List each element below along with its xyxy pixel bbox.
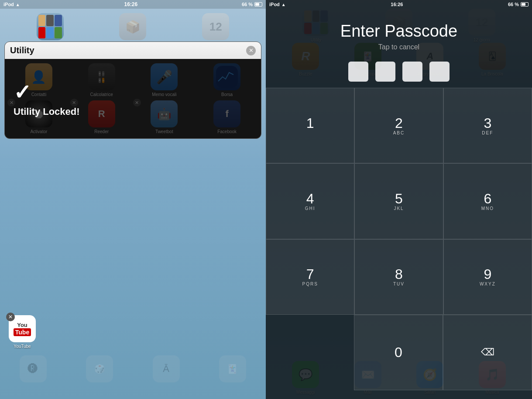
youtube-tube-text: Tube bbox=[14, 328, 31, 336]
faded-icon-1: 🅡 bbox=[20, 355, 47, 382]
right-battery-pct: 66 % bbox=[508, 2, 519, 7]
left-panel: iPod ▲ 16:26 66 % Ricette 📦 bbox=[0, 0, 266, 399]
key-3-sub: DEF bbox=[482, 131, 493, 135]
key-9-num: 9 bbox=[484, 267, 491, 281]
key-1-num: 1 bbox=[306, 116, 314, 130]
youtube-you-text: You bbox=[17, 322, 27, 328]
left-bottom-faded-row: 🅡 🎲 Ā 🃏 bbox=[0, 351, 266, 399]
key-empty bbox=[266, 315, 354, 390]
key-6-sub: MNO bbox=[481, 206, 494, 211]
faded-icon-4: 🃏 bbox=[219, 355, 246, 382]
key-3-num: 3 bbox=[484, 116, 491, 130]
right-panel: Utility 📦 12 12 giorni R Buzzle 🃏 La Sco… bbox=[266, 0, 532, 399]
key-0[interactable]: 0 bbox=[354, 315, 443, 390]
key-7[interactable]: 7 PQRS bbox=[266, 239, 354, 315]
key-delete[interactable]: ⌫ bbox=[443, 315, 532, 390]
numpad-row-3: 7 PQRS 8 TUV 9 WXYZ bbox=[266, 239, 532, 315]
key-4[interactable]: 4 GHI bbox=[266, 163, 354, 239]
key-4-num: 4 bbox=[306, 192, 314, 206]
numpad-row-1: 1 2 ABC 3 DEF bbox=[266, 88, 532, 163]
utility-grid: 👤 Contatti + − × = Calcolatrice 🎤 bbox=[5, 59, 261, 138]
left-device-label: iPod bbox=[3, 2, 14, 7]
faded-icon-2: 🎲 bbox=[86, 355, 113, 382]
key-6[interactable]: 6 MNO bbox=[443, 163, 532, 239]
key-8[interactable]: 8 TUV bbox=[354, 239, 443, 315]
key-2-num: 2 bbox=[395, 116, 403, 130]
left-status-left: iPod ▲ bbox=[3, 2, 20, 7]
passcode-dot-3 bbox=[402, 62, 422, 82]
passcode-dot-1 bbox=[348, 62, 368, 82]
passcode-dots bbox=[266, 62, 532, 82]
key-8-sub: TUV bbox=[393, 282, 405, 286]
left-time: 16:26 bbox=[124, 1, 137, 7]
key-1-sub bbox=[309, 131, 311, 135]
numpad-row-2: 4 GHI 5 JKL 6 MNO bbox=[266, 163, 532, 239]
right-wifi-icon: ▲ bbox=[281, 2, 286, 7]
key-1[interactable]: 1 bbox=[266, 88, 354, 163]
left-wifi-icon: ▲ bbox=[16, 2, 20, 7]
12giorni-icon[interactable]: 12 bbox=[202, 13, 229, 40]
passcode-overlay: Enter Passcode Tap to cancel 1 2 ABC bbox=[266, 0, 532, 399]
key-3[interactable]: 3 DEF bbox=[443, 88, 532, 163]
key-8-num: 8 bbox=[395, 267, 403, 281]
youtube-icon-wrap[interactable]: ✕ You Tube bbox=[9, 315, 36, 342]
key-7-sub: PQRS bbox=[302, 282, 318, 286]
key-5-sub: JKL bbox=[394, 206, 404, 211]
cydia-icon[interactable]: 📦 bbox=[119, 13, 146, 40]
key-7-num: 7 bbox=[306, 267, 314, 281]
youtube-delete-badge[interactable]: ✕ bbox=[6, 313, 15, 321]
utility-header: Utility ✕ bbox=[5, 42, 261, 59]
right-device-label: iPod bbox=[269, 2, 280, 7]
left-battery-pct: 66 % bbox=[242, 2, 253, 7]
right-status-bar: iPod ▲ 16:26 66 % bbox=[266, 0, 532, 9]
passcode-cancel-btn[interactable]: Tap to cancel bbox=[275, 43, 523, 51]
key-2-sub: ABC bbox=[393, 131, 405, 135]
key-4-sub: GHI bbox=[305, 206, 316, 211]
key-5[interactable]: 5 JKL bbox=[354, 163, 443, 239]
checkmark-icon: ✓ bbox=[14, 80, 31, 104]
faded-icon-3: Ā bbox=[153, 355, 180, 382]
passcode-dot-2 bbox=[375, 62, 395, 82]
key-2[interactable]: 2 ABC bbox=[354, 88, 443, 163]
right-time: 16:26 bbox=[391, 2, 403, 7]
delete-icon: ⌫ bbox=[481, 347, 494, 358]
locked-text: Utility Locked! bbox=[14, 106, 80, 117]
key-9[interactable]: 9 WXYZ bbox=[443, 239, 532, 315]
folder-icon[interactable] bbox=[37, 13, 64, 40]
locked-overlay: ✓ Utility Locked! bbox=[5, 59, 261, 138]
key-9-sub: WXYZ bbox=[480, 282, 496, 286]
right-status-right: 66 % bbox=[508, 2, 529, 7]
left-battery-icon bbox=[254, 2, 262, 7]
youtube-label: YouTube bbox=[14, 344, 31, 349]
left-status-bar: iPod ▲ 16:26 66 % bbox=[0, 0, 266, 9]
passcode-dot-4 bbox=[429, 62, 450, 82]
key-5-num: 5 bbox=[395, 192, 403, 206]
utility-close-btn[interactable]: ✕ bbox=[246, 46, 256, 55]
key-0-num: 0 bbox=[395, 345, 402, 359]
numpad-row-4: 0 ⌫ bbox=[266, 315, 532, 390]
left-status-right: 66 % bbox=[242, 2, 262, 7]
youtube-row[interactable]: ✕ You Tube YouTube bbox=[9, 315, 36, 349]
key-6-num: 6 bbox=[484, 192, 491, 206]
utility-popup: Utility ✕ 👤 Contatti + − × = bbox=[4, 41, 261, 139]
passcode-header: Enter Passcode Tap to cancel bbox=[266, 9, 532, 55]
passcode-title: Enter Passcode bbox=[275, 22, 523, 41]
numpad: 1 2 ABC 3 DEF 4 GHI 5 bbox=[266, 88, 532, 399]
right-battery-icon bbox=[521, 2, 529, 7]
right-status-left: iPod ▲ bbox=[269, 2, 286, 7]
utility-title: Utility bbox=[10, 45, 34, 55]
